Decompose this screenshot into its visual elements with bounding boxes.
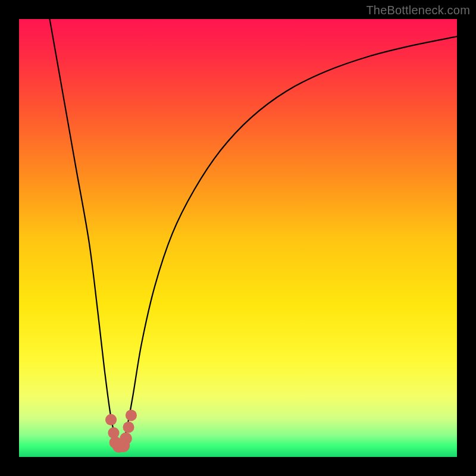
gradient-background: [19, 19, 457, 457]
watermark-text: TheBottleneck.com: [366, 4, 470, 17]
curve-marker: [120, 433, 132, 445]
plot-area: [19, 19, 457, 457]
chart-frame: TheBottleneck.com: [0, 0, 476, 476]
curve-marker: [123, 421, 134, 433]
bottleneck-chart: [19, 19, 457, 457]
curve-marker: [126, 410, 137, 421]
curve-marker: [105, 414, 117, 425]
